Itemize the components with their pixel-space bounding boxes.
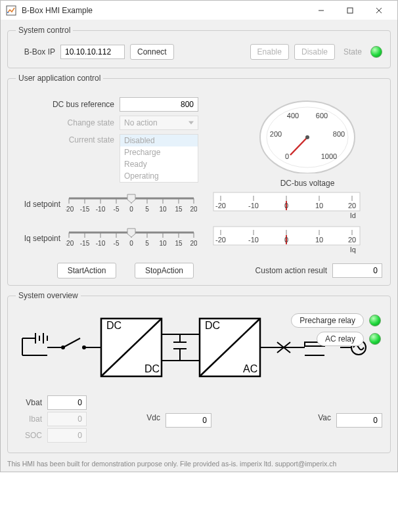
svg-text:-10: -10	[248, 202, 259, 210]
vdc-label: Vdc	[134, 413, 160, 422]
connect-button[interactable]: Connect	[130, 44, 174, 60]
svg-text:400: 400	[287, 112, 299, 120]
svg-text:DC: DC	[144, 363, 160, 374]
iq-setpoint-slider[interactable]: -20-15-10-505101520	[66, 226, 197, 251]
dc-bus-gauge: 0 200 400 600 800 1000	[255, 88, 360, 173]
user-app-legend: User application control	[16, 74, 103, 83]
svg-text:-20: -20	[66, 206, 74, 213]
app-icon	[6, 5, 16, 16]
svg-text:15: 15	[175, 240, 183, 247]
svg-text:10: 10	[159, 206, 167, 213]
precharge-relay-led	[369, 315, 381, 326]
svg-text:800: 800	[333, 130, 345, 138]
state-led	[370, 46, 382, 58]
ac-relay-button[interactable]: AC relay	[317, 332, 364, 346]
svg-text:20: 20	[190, 240, 197, 247]
list-item[interactable]: Precharge	[120, 146, 198, 158]
list-item[interactable]: Operating	[120, 170, 198, 182]
svg-text:1000: 1000	[321, 152, 337, 160]
svg-text:0: 0	[285, 152, 289, 160]
stop-action-button[interactable]: StopAction	[135, 263, 194, 278]
custom-result-label: Custom action result	[255, 266, 327, 275]
ac-relay-led	[369, 333, 381, 345]
svg-marker-55	[127, 229, 135, 237]
svg-text:-20: -20	[66, 240, 74, 247]
chevron-down-icon	[188, 122, 194, 125]
disable-button[interactable]: Disable	[294, 44, 335, 60]
svg-text:0: 0	[284, 236, 288, 244]
system-control-panel: System control B-Box IP Connect Enable D…	[7, 26, 391, 68]
svg-marker-35	[127, 194, 135, 203]
svg-text:-10: -10	[96, 240, 106, 247]
change-state-select[interactable]: No action	[120, 116, 198, 130]
dc-ref-label: DC bus reference	[16, 100, 114, 109]
start-action-button[interactable]: StartAction	[57, 263, 116, 278]
bbox-ip-input[interactable]	[60, 45, 125, 59]
ibat-output	[47, 412, 87, 426]
system-overview-panel: System overview Precharge relay AC relay	[7, 291, 391, 453]
svg-text:-10: -10	[248, 236, 259, 244]
vac-label: Vac	[305, 413, 331, 422]
current-state-label: Current state	[16, 134, 114, 144]
svg-text:AC: AC	[243, 363, 257, 374]
state-label: State	[340, 47, 365, 56]
svg-text:20: 20	[348, 202, 356, 210]
system-overview-legend: System overview	[16, 291, 81, 300]
enable-button[interactable]: Enable	[250, 44, 289, 60]
svg-text:20: 20	[348, 236, 356, 244]
id-meter: -20-1001020 Id	[213, 192, 361, 222]
svg-point-15	[305, 135, 309, 139]
svg-text:DC: DC	[205, 320, 220, 331]
vdc-output	[166, 413, 211, 428]
svg-text:Id: Id	[350, 211, 356, 219]
svg-text:-10: -10	[96, 206, 106, 213]
window-title: B-Box HMI Example	[22, 6, 307, 15]
precharge-relay-button[interactable]: Precharge relay	[291, 313, 364, 328]
current-state-listbox[interactable]: Disabled Precharge Ready Operating	[120, 134, 198, 183]
svg-text:-20: -20	[215, 236, 226, 244]
svg-point-1	[7, 12, 9, 13]
ibat-label: Ibat	[16, 414, 42, 424]
id-setpoint-label: Id setpoint	[16, 200, 60, 209]
id-setpoint-slider[interactable]: -20-15-10-505101520	[66, 192, 197, 217]
custom-result-output	[332, 263, 382, 278]
vbat-label: Vbat	[16, 398, 42, 407]
minimize-button[interactable]	[307, 1, 336, 20]
svg-text:-20: -20	[215, 202, 226, 210]
svg-text:0: 0	[284, 202, 288, 210]
svg-text:600: 600	[316, 112, 328, 120]
vac-output	[336, 413, 382, 428]
svg-text:-5: -5	[114, 206, 120, 213]
svg-line-91	[63, 338, 80, 347]
close-button[interactable]	[365, 1, 393, 20]
svg-text:0: 0	[129, 206, 133, 213]
svg-text:-15: -15	[80, 240, 90, 247]
svg-text:Iq: Iq	[350, 246, 356, 254]
bbox-ip-label: B-Box IP	[16, 47, 55, 56]
titlebar: B-Box HMI Example	[1, 1, 397, 20]
app-window: B-Box HMI Example System control B-Box I…	[0, 0, 398, 472]
system-control-legend: System control	[16, 26, 73, 35]
soc-output	[47, 428, 87, 443]
dc-ref-input[interactable]	[120, 97, 198, 112]
svg-text:DC: DC	[106, 320, 122, 331]
list-item[interactable]: Disabled	[120, 135, 198, 146]
user-app-panel: User application control DC bus referenc…	[7, 74, 391, 286]
footer-text: This HMI has been built for demonstratio…	[7, 458, 391, 468]
change-state-label: Change state	[16, 118, 114, 127]
gauge-caption: DC-bus voltage	[232, 179, 382, 188]
vbat-output	[47, 395, 87, 410]
svg-text:-5: -5	[114, 240, 120, 247]
iq-setpoint-label: Iq setpoint	[16, 234, 60, 243]
svg-text:15: 15	[175, 206, 183, 213]
svg-text:20: 20	[190, 206, 197, 213]
svg-text:5: 5	[145, 206, 149, 213]
list-item[interactable]: Ready	[120, 158, 198, 170]
iq-meter: -20-1001020 Iq	[213, 226, 361, 256]
client-area: System control B-Box IP Connect Enable D…	[1, 20, 397, 472]
svg-text:10: 10	[315, 202, 323, 210]
maximize-button[interactable]	[336, 1, 365, 20]
svg-text:-15: -15	[80, 206, 90, 213]
svg-rect-3	[347, 8, 353, 13]
soc-label: SOC	[16, 431, 42, 440]
